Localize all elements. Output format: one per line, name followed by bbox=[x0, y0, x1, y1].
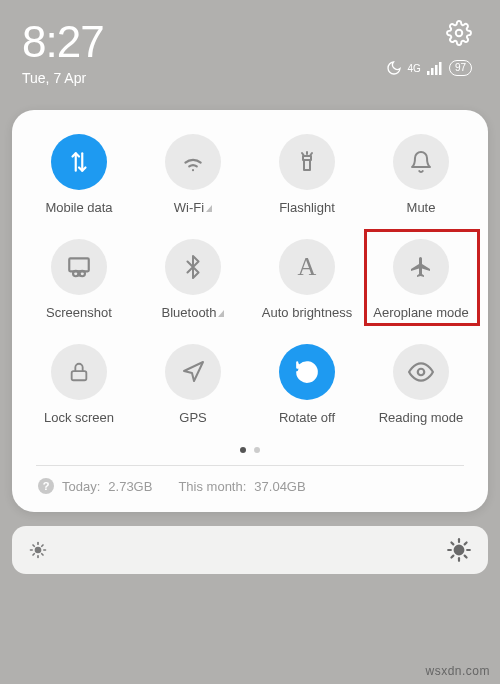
tile-wifi[interactable]: Wi-Fi bbox=[136, 134, 250, 215]
svg-line-36 bbox=[465, 556, 467, 558]
tile-label: Mobile data bbox=[45, 200, 112, 215]
svg-rect-17 bbox=[72, 371, 87, 380]
tile-gps[interactable]: GPS bbox=[136, 344, 250, 425]
tile-flashlight[interactable]: Flashlight bbox=[250, 134, 364, 215]
svg-marker-18 bbox=[184, 362, 203, 381]
quick-settings-panel: Mobile data Wi-Fi Flashlight Mute Screen bbox=[12, 110, 488, 512]
tile-mute[interactable]: Mute bbox=[364, 134, 478, 215]
svg-line-29 bbox=[33, 554, 34, 555]
info-icon: ? bbox=[38, 478, 54, 494]
tile-grid: Mobile data Wi-Fi Flashlight Mute Screen bbox=[22, 134, 478, 425]
tile-label: Aeroplane mode bbox=[373, 305, 468, 320]
tile-bluetooth[interactable]: Bluetooth bbox=[136, 239, 250, 320]
brightness-low-icon bbox=[28, 540, 48, 560]
auto-brightness-icon: A bbox=[279, 239, 335, 295]
svg-point-30 bbox=[455, 546, 464, 555]
tile-auto-brightness[interactable]: A Auto brightness bbox=[250, 239, 364, 320]
svg-line-27 bbox=[42, 554, 43, 555]
navigation-icon bbox=[165, 344, 221, 400]
tile-label: Flashlight bbox=[279, 200, 335, 215]
date: Tue, 7 Apr bbox=[22, 70, 104, 86]
svg-rect-12 bbox=[69, 258, 89, 271]
signal-icon bbox=[427, 61, 443, 75]
svg-line-37 bbox=[465, 542, 467, 544]
wifi-icon bbox=[165, 134, 221, 190]
dnd-moon-icon bbox=[386, 60, 402, 76]
svg-point-0 bbox=[456, 30, 463, 37]
svg-rect-3 bbox=[435, 65, 438, 75]
mobile-data-icon bbox=[51, 134, 107, 190]
bluetooth-icon bbox=[165, 239, 221, 295]
svg-line-10 bbox=[302, 153, 304, 155]
svg-point-20 bbox=[418, 369, 425, 376]
network-type: 4G bbox=[408, 63, 421, 74]
tile-label: GPS bbox=[179, 410, 206, 425]
svg-rect-4 bbox=[439, 62, 442, 75]
status-right: 4G 97 bbox=[386, 20, 472, 76]
usage-month-label: This month: bbox=[178, 479, 246, 494]
usage-month-value: 37.04GB bbox=[254, 479, 305, 494]
aeroplane-icon bbox=[393, 239, 449, 295]
data-usage-row[interactable]: ? Today: 2.73GB This month: 37.04GB bbox=[22, 466, 478, 498]
flashlight-icon bbox=[279, 134, 335, 190]
tile-label: Bluetooth bbox=[162, 305, 225, 320]
status-icon-row: 4G 97 bbox=[386, 60, 472, 76]
brightness-slider[interactable] bbox=[12, 526, 488, 574]
tile-label: Wi-Fi bbox=[174, 200, 212, 215]
svg-line-38 bbox=[451, 556, 453, 558]
tile-mobile-data[interactable]: Mobile data bbox=[22, 134, 136, 215]
svg-line-28 bbox=[42, 545, 43, 546]
battery-indicator: 97 bbox=[449, 60, 472, 76]
signal-triangle-icon bbox=[218, 310, 224, 317]
tile-label: Screenshot bbox=[46, 305, 112, 320]
tile-label: Lock screen bbox=[44, 410, 114, 425]
rotate-lock-icon bbox=[279, 344, 335, 400]
svg-line-26 bbox=[33, 545, 34, 546]
svg-line-35 bbox=[451, 542, 453, 544]
brightness-high-icon bbox=[446, 537, 472, 563]
signal-triangle-icon bbox=[206, 205, 212, 212]
clock: 8:27 bbox=[22, 20, 104, 64]
svg-rect-2 bbox=[431, 68, 434, 75]
eye-icon bbox=[393, 344, 449, 400]
tile-reading-mode[interactable]: Reading mode bbox=[364, 344, 478, 425]
tile-lock-screen[interactable]: Lock screen bbox=[22, 344, 136, 425]
svg-point-7 bbox=[192, 169, 194, 171]
status-bar: 8:27 Tue, 7 Apr 4G 97 bbox=[0, 0, 500, 94]
page-dot-2[interactable] bbox=[254, 447, 260, 453]
usage-today-value: 2.73GB bbox=[108, 479, 152, 494]
tile-label: Auto brightness bbox=[262, 305, 352, 320]
page-dot-1[interactable] bbox=[240, 447, 246, 453]
tile-screenshot[interactable]: Screenshot bbox=[22, 239, 136, 320]
svg-rect-1 bbox=[427, 71, 430, 75]
screenshot-icon bbox=[51, 239, 107, 295]
watermark: wsxdn.com bbox=[425, 664, 490, 678]
tile-rotate-off[interactable]: Rotate off bbox=[250, 344, 364, 425]
status-left: 8:27 Tue, 7 Apr bbox=[22, 20, 104, 86]
tile-label: Rotate off bbox=[279, 410, 335, 425]
lock-icon bbox=[51, 344, 107, 400]
page-indicator bbox=[22, 447, 478, 453]
svg-line-11 bbox=[311, 153, 313, 155]
svg-point-21 bbox=[36, 548, 41, 553]
usage-today-label: Today: bbox=[62, 479, 100, 494]
bell-icon bbox=[393, 134, 449, 190]
settings-gear-icon[interactable] bbox=[446, 20, 472, 46]
tile-aeroplane-mode[interactable]: Aeroplane mode bbox=[364, 239, 478, 320]
tile-label: Reading mode bbox=[379, 410, 464, 425]
tile-label: Mute bbox=[407, 200, 436, 215]
